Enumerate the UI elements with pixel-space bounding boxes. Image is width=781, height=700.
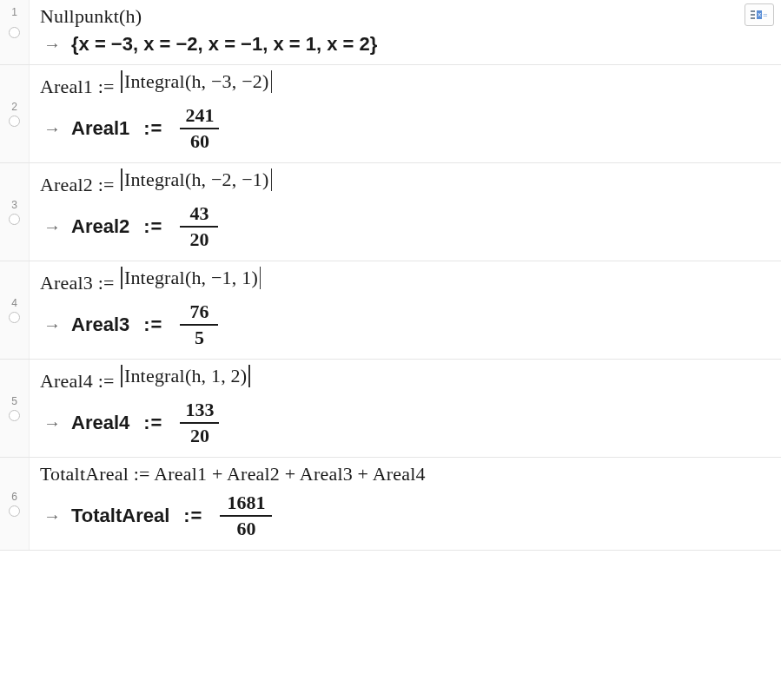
row-number: 6 xyxy=(11,492,17,502)
output-arrow-icon: → xyxy=(43,413,61,433)
visibility-toggle[interactable] xyxy=(9,410,20,421)
cas-row[interactable]: 6 TotaltAreal := Areal1 + Areal2 + Areal… xyxy=(0,457,781,551)
cas-cell[interactable]: Areal4 := Integral(h, 1, 2) → Areal4 := … xyxy=(30,360,781,457)
cas-row[interactable]: 1 Nullpunkt(h) → {x = −3, x = −2, x = −1… xyxy=(0,0,781,65)
visibility-toggle[interactable] xyxy=(9,505,20,517)
row-number: 5 xyxy=(11,396,17,406)
fraction: 133 20 xyxy=(180,398,219,448)
cas-input[interactable]: Areal4 := Integral(h, 1, 2) xyxy=(40,365,771,393)
cas-output: → Areal3 := 76 5 xyxy=(40,300,771,350)
output-value: {x = −3, x = −2, x = −1, x = 1, x = 2} xyxy=(71,33,377,56)
cas-input[interactable]: Areal3 := Integral(h, −1, 1) xyxy=(40,267,771,294)
fraction: 76 5 xyxy=(180,300,218,350)
cas-cell[interactable]: TotaltAreal := Areal1 + Areal2 + Areal3 … xyxy=(30,458,781,550)
row-gutter[interactable]: 4 xyxy=(0,261,30,359)
visibility-toggle[interactable] xyxy=(9,214,20,225)
output-label: TotaltAreal xyxy=(71,505,169,527)
cas-input[interactable]: Nullpunkt(h) xyxy=(40,5,771,28)
output-label: Areal1 xyxy=(71,117,129,140)
cas-cell[interactable]: Areal1 := Integral(h, −3, −2) → Areal1 :… xyxy=(30,65,781,162)
assign-symbol: := xyxy=(140,412,166,434)
fraction: 241 60 xyxy=(180,103,219,154)
cas-input[interactable]: Areal2 := Integral(h, −2, −1) xyxy=(40,168,771,196)
row-gutter[interactable]: 2 xyxy=(0,65,30,162)
row-number: 1 xyxy=(11,7,17,17)
row-gutter[interactable]: 3 xyxy=(0,163,30,261)
assign-symbol: := xyxy=(180,505,206,527)
visibility-toggle[interactable] xyxy=(9,312,20,323)
output-arrow-icon: → xyxy=(43,506,61,526)
cas-input[interactable]: Areal1 := Integral(h, −3, −2) xyxy=(40,70,771,98)
cas-row[interactable]: 3 Areal2 := Integral(h, −2, −1) → Areal2… xyxy=(0,162,781,261)
output-label: Areal3 xyxy=(71,314,129,336)
row-gutter[interactable]: 6 xyxy=(0,458,30,550)
cas-input[interactable]: TotaltAreal := Areal1 + Areal2 + Areal3 … xyxy=(40,463,771,485)
absolute-value: Integral(h, 1, 2) xyxy=(119,365,251,387)
cas-output: → Areal4 := 133 20 xyxy=(40,398,771,448)
cas-cell[interactable]: Nullpunkt(h) → {x = −3, x = −2, x = −1, … xyxy=(30,0,781,64)
row-number: 3 xyxy=(11,200,17,210)
output-label: Areal4 xyxy=(71,412,129,434)
output-arrow-icon: → xyxy=(43,315,61,335)
cas-view: 1 Nullpunkt(h) → {x = −3, x = −2, x = −1… xyxy=(0,0,781,551)
fraction: 43 20 xyxy=(180,201,218,252)
absolute-value: Integral(h, −2, −1) xyxy=(119,168,274,191)
visibility-toggle[interactable] xyxy=(9,116,20,127)
numeric-toggle-button[interactable]: x = xyxy=(745,3,774,26)
row-number: 2 xyxy=(11,102,17,112)
visibility-toggle[interactable] xyxy=(9,27,20,38)
fraction: 1681 60 xyxy=(220,491,272,541)
cas-row[interactable]: 5 Areal4 := Integral(h, 1, 2) → Areal4 :… xyxy=(0,359,781,458)
output-arrow-icon: → xyxy=(43,35,61,55)
absolute-value: Integral(h, −3, −2) xyxy=(119,70,274,93)
assign-symbol: := xyxy=(140,215,166,238)
cas-cell[interactable]: Areal3 := Integral(h, −1, 1) → Areal3 :=… xyxy=(30,261,781,359)
output-arrow-icon: → xyxy=(43,217,61,237)
row-number: 4 xyxy=(11,298,17,308)
row-gutter[interactable]: 1 xyxy=(0,0,30,64)
cas-row[interactable]: 2 Areal1 := Integral(h, −3, −2) → Areal1… xyxy=(0,64,781,163)
absolute-value: Integral(h, −1, 1) xyxy=(119,267,262,289)
list-icon xyxy=(751,10,755,19)
cas-output: → {x = −3, x = −2, x = −1, x = 1, x = 2} xyxy=(40,33,771,56)
output-arrow-icon: → xyxy=(43,119,61,139)
cas-cell[interactable]: Areal2 := Integral(h, −2, −1) → Areal2 :… xyxy=(30,163,781,261)
solve-icon: x = xyxy=(757,10,767,19)
assign-symbol: := xyxy=(140,314,166,336)
assign-symbol: := xyxy=(140,117,166,140)
cas-output: → Areal2 := 43 20 xyxy=(40,201,771,252)
cas-output: → Areal1 := 241 60 xyxy=(40,103,771,154)
cas-row[interactable]: 4 Areal3 := Integral(h, −1, 1) → Areal3 … xyxy=(0,261,781,360)
row-gutter[interactable]: 5 xyxy=(0,360,30,457)
cas-output: → TotaltAreal := 1681 60 xyxy=(40,491,771,541)
output-label: Areal2 xyxy=(71,215,129,238)
